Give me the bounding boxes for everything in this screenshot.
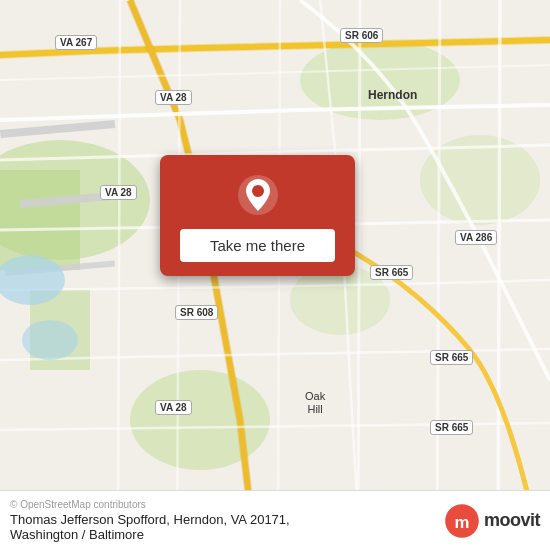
svg-text:m: m: [455, 513, 470, 532]
map-container: VA 267 VA 28 VA 28 VA 28 SR 606 SR 608 S…: [0, 0, 550, 550]
address-text: Thomas Jefferson Spofford, Herndon, VA 2…: [10, 512, 290, 542]
svg-rect-2: [0, 170, 80, 270]
svg-point-14: [252, 185, 264, 197]
moovit-icon: m: [444, 503, 480, 539]
bottom-info: © OpenStreetMap contributors Thomas Jeff…: [10, 499, 290, 542]
map-attribution: © OpenStreetMap contributors: [10, 499, 290, 510]
moovit-logo: m moovit: [444, 503, 540, 539]
pin-icon: [236, 173, 280, 217]
svg-point-3: [130, 370, 270, 470]
location-card: Take me there: [160, 155, 355, 276]
bottom-bar: © OpenStreetMap contributors Thomas Jeff…: [0, 490, 550, 550]
moovit-brand-text: moovit: [484, 510, 540, 531]
svg-point-12: [22, 320, 78, 360]
take-me-there-button[interactable]: Take me there: [180, 229, 335, 262]
